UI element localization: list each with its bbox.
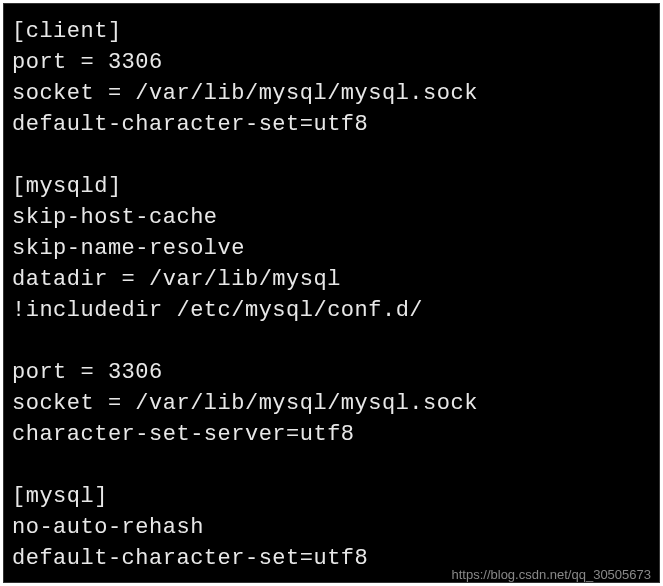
config-line: no-auto-rehash [12, 512, 651, 543]
config-line: [client] [12, 16, 651, 47]
config-line: port = 3306 [12, 357, 651, 388]
blank-line [12, 450, 651, 481]
config-line: socket = /var/lib/mysql/mysql.sock [12, 388, 651, 419]
config-line: character-set-server=utf8 [12, 419, 651, 450]
config-line: skip-name-resolve [12, 233, 651, 264]
config-line: skip-host-cache [12, 202, 651, 233]
blank-line [12, 140, 651, 171]
watermark: https://blog.csdn.net/qq_30505673 [452, 567, 652, 582]
config-line: socket = /var/lib/mysql/mysql.sock [12, 78, 651, 109]
config-line: !includedir /etc/mysql/conf.d/ [12, 295, 651, 326]
blank-line [12, 326, 651, 357]
config-line: port = 3306 [12, 47, 651, 78]
terminal-window: [client] port = 3306 socket = /var/lib/m… [3, 3, 660, 583]
watermark-text: https://blog.csdn.net/qq_30505673 [452, 567, 652, 582]
config-line: default-character-set=utf8 [12, 109, 651, 140]
config-line: datadir = /var/lib/mysql [12, 264, 651, 295]
config-line: [mysql] [12, 481, 651, 512]
config-line: [mysqld] [12, 171, 651, 202]
